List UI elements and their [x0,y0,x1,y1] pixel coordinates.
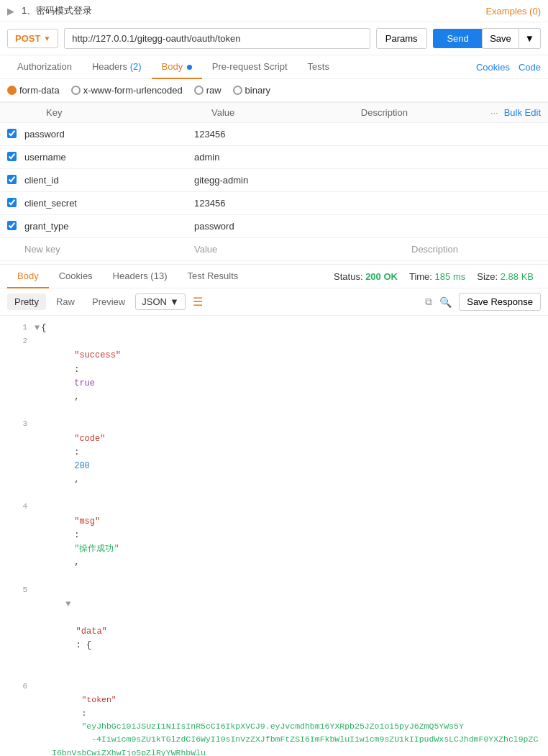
response-status: Status: 200 OK Time: 185 ms Size: 2.88 K… [326,271,541,282]
top-bar: ▶ 1、密码模式登录 Examples (0) [0,0,548,22]
size-value: 2.88 KB [501,271,534,282]
save-dropdown-button[interactable]: ▼ [519,28,541,49]
status-value: 200 OK [365,271,398,282]
tab-headers[interactable]: Headers (2) [82,55,152,79]
method-label: POST [15,33,40,44]
row-checkbox-client-id[interactable] [7,175,17,184]
form-data-option[interactable]: form-data [7,85,60,96]
fmt-tab-pretty[interactable]: Pretty [7,293,46,310]
search-icon[interactable]: 🔍 [439,296,452,308]
method-chevron-icon: ▼ [43,35,50,42]
table-row: client_id gitegg-admin [0,169,548,192]
fmt-tab-raw[interactable]: Raw [49,293,82,310]
breadcrumb: ▶ 1、密码模式登录 [7,4,92,17]
json-line-6: 6 "token" : "eyJhbGci0iJSUzI1NiIsInR5cCI… [7,680,541,756]
request-tabs: Authorization Headers (2) Body Pre-reque… [0,55,548,79]
save-button[interactable]: Save [482,28,519,49]
save-group: Save ▼ [482,28,541,49]
json-line-5: 5 ▼ "data" : { [7,584,541,680]
method-select[interactable]: POST ▼ [7,29,58,48]
url-input[interactable] [64,28,370,49]
resp-tab-test-results[interactable]: Test Results [177,265,248,288]
url-bar: POST ▼ Params Send ▼ Save ▼ [0,22,548,55]
table-row: grant_type password [0,215,548,238]
response-tabs-bar: Body Cookies Headers (13) Test Results S… [0,264,548,288]
raw-option[interactable]: raw [194,85,222,96]
raw-radio[interactable] [194,86,204,95]
kv-table-body: password 123456 username admin client_id… [0,123,548,261]
time-value: 185 ms [435,271,466,282]
row-checkbox-username[interactable] [7,152,17,161]
request-tabs-right: Cookies Code [476,62,541,73]
table-row: password 123456 [0,123,548,146]
format-bar: Pretty Raw Preview JSON ▼ ☰ ⧉ 🔍 Save Res… [0,288,548,316]
tab-authorization[interactable]: Authorization [7,55,82,79]
urlencoded-option[interactable]: x-www-form-urlencoded [71,85,183,96]
request-tabs-left: Authorization Headers (2) Body Pre-reque… [7,55,339,78]
value-header: Value [211,107,361,118]
row-checkbox-grant-type[interactable] [7,221,17,230]
chevron-right-icon: ▶ [7,6,14,17]
resp-tab-cookies[interactable]: Cookies [49,265,103,288]
table-row: username admin [0,146,548,169]
response-tabs-left: Body Cookies Headers (13) Test Results [7,265,248,288]
collapse-data-icon[interactable]: ▼ [65,599,70,609]
json-chevron-icon: ▼ [170,296,179,307]
code-link[interactable]: Code [519,62,541,73]
json-line-4: 4 "msg" : "操作成功" , [7,501,541,583]
new-key-row: New key Value Description [0,238,548,261]
page-title: 1、密码模式登录 [22,4,92,17]
row-checkbox-password[interactable] [7,129,17,138]
format-actions: ⧉ 🔍 Save Response [425,293,541,311]
json-output: 1 ▼ { 2 "success" : true , 3 "code" : 20… [0,316,548,756]
kv-table-header: Key Value Description ··· Bulk Edit [0,102,548,123]
tab-tests[interactable]: Tests [298,55,339,79]
cookies-link[interactable]: Cookies [476,62,510,73]
format-json-select[interactable]: JSON ▼ [135,293,186,310]
json-line-1: 1 ▼ { [7,322,541,335]
copy-icon[interactable]: ⧉ [425,296,432,308]
json-line-3: 3 "code" : 200 , [7,418,541,501]
form-data-radio[interactable] [7,86,17,95]
urlencoded-radio[interactable] [71,86,81,95]
key-header: Key [24,107,211,118]
send-group: Send ▼ [433,29,477,48]
params-button[interactable]: Params [376,28,427,49]
fmt-tab-preview[interactable]: Preview [85,293,132,310]
description-header: Description [361,107,490,118]
resp-tab-headers[interactable]: Headers (13) [103,265,178,288]
save-response-button[interactable]: Save Response [459,293,541,311]
table-row: client_secret 123456 [0,192,548,215]
resp-tab-body[interactable]: Body [7,265,49,288]
send-button[interactable]: Send [433,29,483,48]
tab-body[interactable]: Body [152,55,202,79]
examples-button[interactable]: Examples (0) [485,6,541,17]
collapse-arrow-icon[interactable]: ▼ [35,322,40,335]
json-line-2: 2 "success" : true , [7,335,541,418]
row-checkbox-client-secret[interactable] [7,198,17,207]
format-tabs: Pretty Raw Preview JSON ▼ ☰ [7,293,203,310]
binary-radio[interactable] [233,86,242,95]
bulk-edit-button[interactable]: Bulk Edit [504,107,541,118]
more-icon: ··· [490,107,498,118]
tab-pre-request[interactable]: Pre-request Script [202,55,298,79]
binary-option[interactable]: binary [233,85,270,96]
format-align-icon[interactable]: ☰ [193,295,203,309]
body-type-bar: form-data x-www-form-urlencoded raw bina… [0,79,548,102]
